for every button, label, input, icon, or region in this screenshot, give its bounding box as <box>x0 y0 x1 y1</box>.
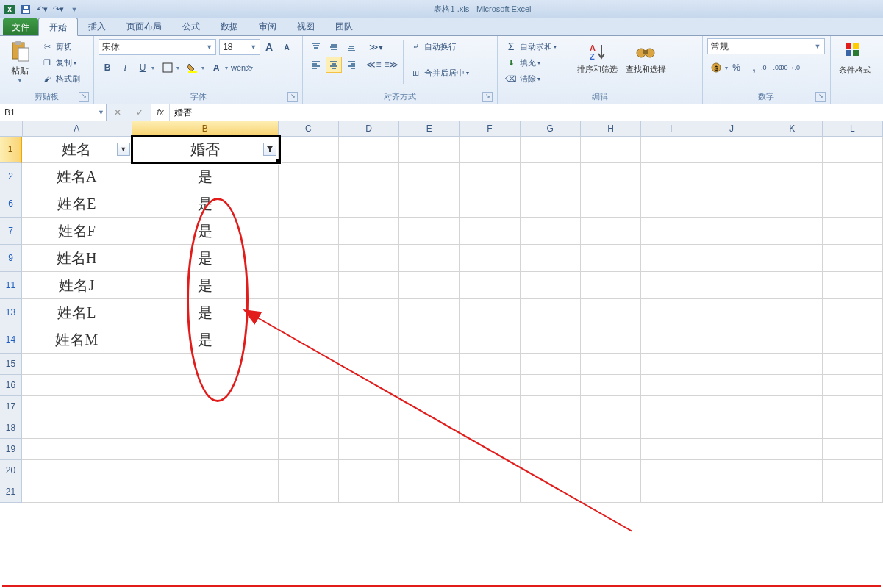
phonetic-button[interactable]: wén文 <box>233 60 249 76</box>
cell[interactable] <box>460 163 520 190</box>
cell[interactable] <box>460 245 520 271</box>
cell[interactable] <box>460 439 520 459</box>
cell[interactable] <box>339 417 399 438</box>
cell[interactable] <box>641 460 701 481</box>
cell[interactable] <box>521 375 581 395</box>
cell[interactable] <box>823 136 883 162</box>
cell[interactable] <box>22 375 132 395</box>
cell[interactable] <box>823 245 883 271</box>
cell[interactable] <box>339 218 399 244</box>
select-all-corner[interactable] <box>0 121 23 137</box>
cell[interactable] <box>339 439 399 459</box>
cell[interactable]: 是 <box>132 190 279 217</box>
row-header[interactable]: 7 <box>0 218 22 245</box>
cell[interactable] <box>339 460 399 481</box>
cell[interactable] <box>339 354 399 374</box>
cell[interactable] <box>641 245 701 271</box>
cell[interactable] <box>399 190 460 217</box>
cell[interactable] <box>823 299 883 326</box>
cell[interactable] <box>339 136 399 162</box>
row-header[interactable]: 17 <box>0 396 22 417</box>
fx-button[interactable]: fx <box>151 104 170 121</box>
cell[interactable] <box>521 245 581 271</box>
align-left-button[interactable] <box>308 57 324 73</box>
cell[interactable] <box>581 190 641 217</box>
cell[interactable] <box>823 439 883 459</box>
cell[interactable] <box>279 417 339 438</box>
tab-插入[interactable]: 插入 <box>78 18 116 35</box>
cell[interactable] <box>399 326 460 353</box>
row-header[interactable]: 2 <box>0 163 22 190</box>
format-painter-button[interactable]: 🖌格式刷 <box>38 71 83 87</box>
column-header-L[interactable]: L <box>823 121 883 137</box>
increase-indent-button[interactable]: ≡≫ <box>383 57 399 73</box>
cell[interactable] <box>762 136 823 162</box>
tab-数据[interactable]: 数据 <box>210 18 249 35</box>
cell[interactable] <box>132 439 279 459</box>
cell[interactable] <box>399 136 460 162</box>
cell[interactable] <box>521 439 581 459</box>
cell[interactable] <box>339 299 399 326</box>
cell[interactable] <box>701 417 762 438</box>
cell[interactable] <box>279 218 339 244</box>
orientation-button[interactable]: ≫▾ <box>365 39 386 55</box>
increase-decimal-button[interactable]: .0→.00 <box>764 60 780 76</box>
align-bottom-button[interactable] <box>343 39 360 55</box>
cell[interactable] <box>581 481 641 502</box>
cell[interactable] <box>521 326 581 353</box>
cell[interactable] <box>399 245 460 271</box>
cell[interactable] <box>823 460 883 481</box>
cell[interactable] <box>132 396 279 417</box>
cell[interactable] <box>701 326 762 353</box>
cell[interactable] <box>762 218 823 244</box>
cell[interactable]: 是 <box>132 272 279 298</box>
find-select-button[interactable]: 查找和选择 <box>621 38 670 74</box>
cell[interactable] <box>339 326 399 353</box>
cell[interactable] <box>279 245 339 271</box>
column-header-E[interactable]: E <box>399 121 460 137</box>
cell[interactable] <box>641 326 701 353</box>
cell[interactable] <box>581 417 641 438</box>
cell[interactable] <box>581 396 641 417</box>
fill-color-button[interactable] <box>185 60 201 76</box>
cell[interactable] <box>399 417 460 438</box>
cell[interactable] <box>762 375 823 395</box>
cell[interactable] <box>399 460 460 481</box>
cell[interactable]: 是 <box>132 245 279 271</box>
cell[interactable] <box>641 375 701 395</box>
cell[interactable] <box>279 190 339 217</box>
worksheet-grid[interactable]: ABCDEFGHIJKL 1267911131415161718192021 姓… <box>0 121 883 588</box>
cell[interactable] <box>641 163 701 190</box>
cell[interactable] <box>762 439 823 459</box>
cell[interactable]: 是 <box>132 299 279 326</box>
file-tab[interactable]: 文件 <box>3 18 38 35</box>
row-header[interactable]: 13 <box>0 299 22 326</box>
cell[interactable] <box>701 218 762 244</box>
cell[interactable] <box>701 375 762 395</box>
cell[interactable] <box>762 481 823 502</box>
cell[interactable] <box>641 481 701 502</box>
cell[interactable] <box>823 354 883 374</box>
column-header-D[interactable]: D <box>339 121 399 137</box>
cell[interactable] <box>460 417 520 438</box>
align-launcher[interactable]: ↘ <box>482 92 493 102</box>
wrap-text-button[interactable]: ⤶自动换行 <box>407 38 480 54</box>
cell[interactable] <box>521 136 581 162</box>
cell[interactable]: 是 <box>132 163 279 190</box>
column-header-G[interactable]: G <box>521 121 581 137</box>
cell[interactable] <box>581 354 641 374</box>
cell[interactable] <box>339 481 399 502</box>
cell[interactable] <box>460 272 520 298</box>
font-color-button[interactable]: A <box>208 60 224 76</box>
column-header-F[interactable]: F <box>460 121 520 137</box>
cell[interactable] <box>279 299 339 326</box>
decrease-indent-button[interactable]: ≪≡ <box>365 57 382 73</box>
cell[interactable] <box>22 417 132 438</box>
cell[interactable] <box>823 272 883 298</box>
column-header-B[interactable]: B <box>132 121 279 136</box>
cell[interactable]: 婚否 <box>132 136 279 162</box>
cell[interactable]: 姓名A <box>22 163 132 190</box>
cell[interactable] <box>641 218 701 244</box>
cell[interactable] <box>701 163 762 190</box>
column-header-I[interactable]: I <box>641 121 701 137</box>
